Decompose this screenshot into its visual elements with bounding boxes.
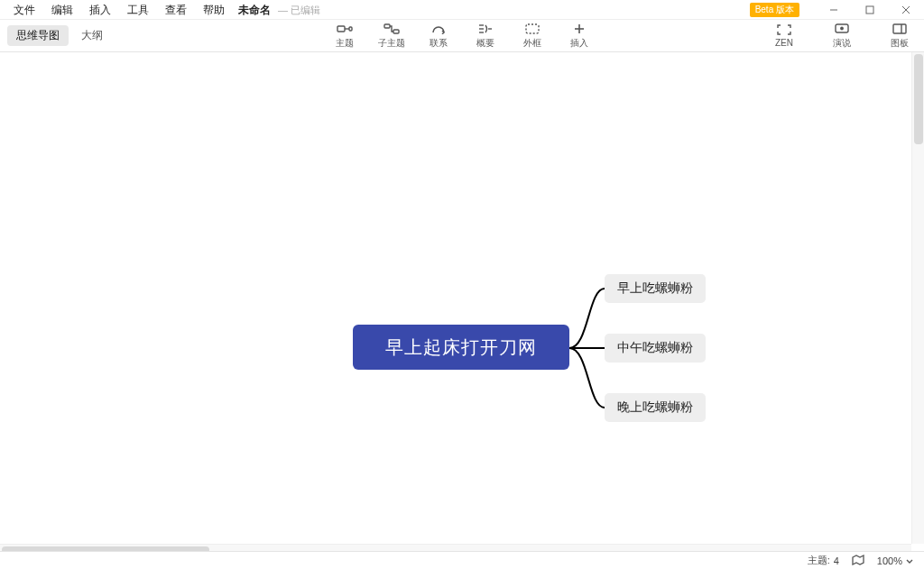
svg-rect-13: [526, 24, 539, 33]
topic-icon: [337, 23, 353, 35]
close-icon: [901, 5, 910, 14]
status-topic-count: 4: [834, 555, 839, 566]
svg-rect-6: [349, 27, 352, 31]
toolbar-right-group: ZEN 演说 图板: [769, 23, 915, 50]
present-label: 演说: [833, 37, 851, 50]
window-maximize-button[interactable]: [852, 0, 888, 20]
relationship-label: 联系: [430, 37, 448, 50]
mindmap-edges: [0, 52, 924, 544]
panel-label: 图板: [891, 37, 909, 50]
mindmap-child-node-1[interactable]: 早上吃螺蛳粉: [605, 274, 706, 303]
zen-icon: [776, 23, 792, 36]
boundary-button[interactable]: 外框: [517, 23, 548, 50]
menu-insert[interactable]: 插入: [81, 1, 119, 20]
svg-rect-18: [893, 24, 906, 33]
svg-rect-8: [393, 30, 399, 33]
relationship-button[interactable]: 联系: [423, 23, 454, 50]
present-icon: [834, 23, 850, 35]
svg-rect-4: [337, 26, 345, 32]
zoom-level[interactable]: 100%: [877, 555, 902, 566]
insert-icon: [571, 23, 587, 35]
svg-point-17: [841, 27, 843, 29]
svg-rect-1: [866, 6, 873, 14]
insert-label: 插入: [570, 37, 588, 50]
summary-icon: [477, 23, 494, 35]
present-button[interactable]: 演说: [827, 23, 857, 50]
panel-icon: [892, 23, 908, 35]
summary-label: 概要: [476, 37, 494, 50]
zen-button[interactable]: ZEN: [769, 23, 799, 50]
summary-button[interactable]: 概要: [470, 23, 501, 50]
chevron-down-icon: [906, 559, 913, 564]
zoom-dropdown-icon[interactable]: [906, 555, 913, 566]
toolbar-center-group: 主题 子主题 联系 概要 外框: [329, 23, 595, 50]
svg-rect-7: [384, 24, 390, 28]
minimap-toggle[interactable]: [852, 555, 864, 567]
subtopic-icon: [383, 23, 400, 35]
mindmap-canvas[interactable]: 早上起床打开刀网 早上吃螺蛳粉 中午吃螺蛳粉 晚上吃螺蛳粉: [0, 52, 924, 544]
subtopic-label: 子主题: [378, 37, 405, 50]
vertical-scrollbar[interactable]: [911, 52, 924, 544]
menu-file[interactable]: 文件: [5, 1, 43, 20]
document-status: — 已编辑: [276, 4, 320, 17]
maximize-icon: [865, 5, 874, 14]
topic-button[interactable]: 主题: [329, 23, 360, 50]
minimize-icon: [829, 5, 838, 14]
topic-label: 主题: [336, 37, 354, 50]
window-minimize-button[interactable]: [816, 0, 852, 20]
status-topic-label: 主题:: [808, 554, 830, 567]
vertical-scrollbar-thumb[interactable]: [914, 54, 923, 144]
window-close-button[interactable]: [888, 0, 924, 20]
mindmap-child-node-2[interactable]: 中午吃螺蛳粉: [605, 334, 706, 363]
beta-badge: Beta 版本: [750, 3, 799, 17]
menu-view[interactable]: 查看: [157, 1, 195, 20]
menu-help[interactable]: 帮助: [195, 1, 233, 20]
boundary-icon: [524, 23, 541, 35]
document-name: 未命名: [233, 1, 276, 20]
menu-tools[interactable]: 工具: [119, 1, 157, 20]
view-switch: 思维导图 大纲: [0, 25, 112, 46]
minimap-icon: [852, 555, 864, 565]
menu-bar: 文件 编辑 插入 工具 查看 帮助 未命名 — 已编辑: [0, 0, 326, 20]
menu-edit[interactable]: 编辑: [43, 1, 81, 20]
relationship-icon: [430, 23, 447, 35]
insert-button[interactable]: 插入: [564, 23, 595, 50]
status-bar: 主题: 4 100%: [0, 551, 924, 569]
panel-button[interactable]: 图板: [884, 23, 915, 50]
zen-label: ZEN: [775, 38, 793, 48]
subtopic-button[interactable]: 子主题: [376, 23, 407, 50]
view-outline-tab[interactable]: 大纲: [72, 25, 112, 46]
view-mindmap-tab[interactable]: 思维导图: [7, 25, 69, 46]
mindmap-central-node[interactable]: 早上起床打开刀网: [353, 325, 569, 370]
boundary-label: 外框: [523, 37, 541, 50]
toolbar: 思维导图 大纲 主题 子主题 联系 概要: [0, 20, 924, 52]
mindmap-child-node-3[interactable]: 晚上吃螺蛳粉: [605, 393, 706, 422]
